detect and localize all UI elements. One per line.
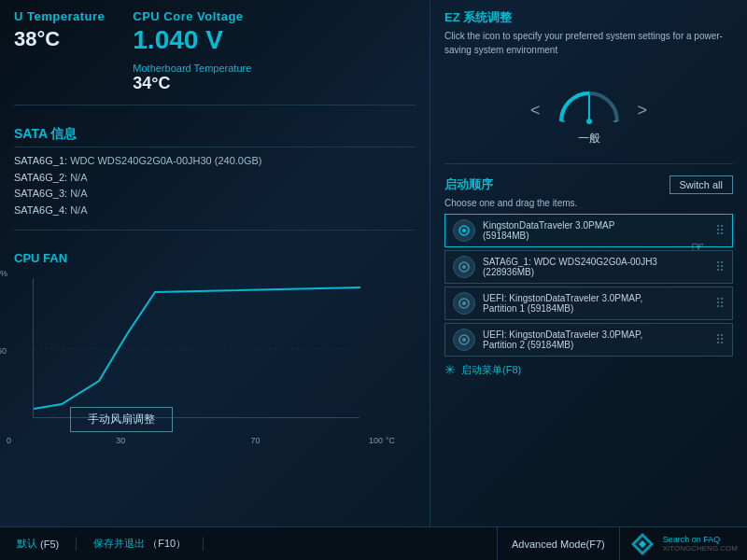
drive-icon-4 (458, 333, 471, 346)
vertical-divider (430, 0, 430, 560)
boot-item-4-text: UEFI: KingstonDataTraveler 3.0PMAP,Parti… (483, 329, 708, 350)
ez-title: EZ 系统调整 (444, 9, 733, 26)
boot-item-4-drag: ⠿ (715, 332, 725, 347)
sata-item-3: SATA6G_3: N/A (14, 186, 416, 203)
mb-temp-value: 34°C (133, 74, 251, 93)
search-faq-label: Search on FAQ (663, 535, 738, 544)
chart-celsius-label: °C (386, 436, 395, 445)
svg-point-12 (462, 338, 466, 342)
fan-section: CPU FAN % 50 0 30 70 100 °C 手动风扇调整 (14, 251, 416, 551)
gauge-icon (552, 75, 627, 131)
svg-point-6 (462, 229, 466, 232)
gauge-mode-label: 一般 (578, 131, 600, 147)
boot-item-1[interactable]: KingstonDataTraveler 3.0PMAP(59184MB) ⠿ … (444, 214, 733, 247)
startup-label: 启动菜单(F8) (461, 363, 521, 377)
boot-item-1-drag: ⠿ (715, 223, 725, 238)
sata-info-section: SATA 信息 SATA6G_1: WDC WDS240G2G0A-00JH30… (14, 126, 416, 218)
boot-item-4-icon (453, 329, 475, 351)
switch-all-button[interactable]: Switch all (669, 175, 733, 194)
ez-section: EZ 系统调整 Click the icon to specify your p… (444, 9, 733, 57)
svg-point-8 (462, 265, 466, 269)
sata-item-4: SATA6G_4: N/A (14, 203, 416, 219)
fan-chart (33, 278, 359, 418)
boot-item-2[interactable]: SATA6G_1: WDC WDS240G2G0A-00JH3(228936MB… (444, 250, 733, 284)
sata-title: SATA 信息 (14, 126, 416, 147)
cpu-voltage-value: 1.040 V (133, 25, 251, 55)
search-faq-text: Search on FAQ XITONGCHENG.COM (663, 535, 738, 553)
boot-order-section: 启动顺序 Switch all Choose one and drag the … (444, 175, 733, 551)
chart-70-label: 70 (251, 436, 261, 445)
ez-description: Click the icon to specify your preferred… (444, 29, 733, 57)
manual-fan-btn[interactable]: 手动风扇调整 (70, 407, 173, 432)
watermark-text: XITONGCHENG.COM (663, 544, 738, 553)
save-exit-button[interactable]: 保存并退出（F10） (77, 537, 204, 551)
svg-point-10 (462, 301, 466, 305)
boot-item-3-drag: ⠿ (715, 296, 725, 311)
boot-item-2-drag: ⠿ (715, 259, 725, 274)
cpu-temp-value: 38°C (14, 27, 105, 51)
boot-item-1-icon (453, 219, 475, 242)
boot-item-3-text: UEFI: KingstonDataTraveler 3.0PMAP,Parti… (483, 293, 708, 314)
boot-item-3[interactable]: UEFI: KingstonDataTraveler 3.0PMAP,Parti… (444, 287, 733, 320)
sata-item-2: SATA6G_2: N/A (14, 170, 416, 187)
chart-50-label: 50 (0, 346, 7, 356)
advanced-mode-button[interactable]: Advanced Mode(F7) (497, 527, 619, 560)
sata-item-1: SATA6G_1: WDC WDS240G2G0A-00JH30 (240.0G… (14, 153, 416, 170)
gauge-area: < 一般 > (444, 75, 733, 147)
boot-item-2-icon (453, 256, 475, 278)
svg-point-2 (586, 119, 592, 124)
boot-item-2-text: SATA6G_1: WDC WDS240G2G0A-00JH3(228936MB… (483, 257, 708, 277)
drive-icon-1 (458, 224, 471, 237)
boot-item-1-text: KingstonDataTraveler 3.0PMAP(59184MB) (483, 220, 708, 241)
mb-temp-label: Motherboard Temperature (133, 63, 251, 74)
fan-title: CPU FAN (14, 251, 416, 265)
boot-item-3-icon (453, 292, 475, 315)
boot-title: 启动顺序 (444, 176, 493, 193)
startup-menu[interactable]: ✳ 启动菜单(F8) (444, 362, 733, 377)
default-button[interactable]: 默认(F5) (0, 537, 77, 551)
fan-chart-svg (34, 278, 360, 418)
cpu-voltage-label: CPU Core Voltage (133, 9, 251, 23)
search-faq-area: Search on FAQ XITONGCHENG.COM (619, 527, 747, 560)
startup-icon: ✳ (444, 362, 456, 377)
gauge-prev-arrow[interactable]: < (530, 101, 541, 120)
chart-percent-label: % (0, 269, 7, 278)
bottom-bar: 默认(F5) 保存并退出（F10） Advanced Mode(F7) Sear… (0, 526, 747, 560)
chart-100-label: 100 (369, 436, 383, 445)
cpu-temp-label: U Temperature (14, 9, 105, 23)
drive-icon-3 (458, 297, 471, 310)
chart-0-label: 0 (7, 436, 11, 445)
asus-logo-icon (629, 531, 655, 557)
boot-item-4[interactable]: UEFI: KingstonDataTraveler 3.0PMAP,Parti… (444, 323, 733, 357)
drive-icon-2 (458, 260, 471, 273)
chart-30-label: 30 (116, 436, 125, 445)
gauge-next-arrow[interactable]: > (638, 101, 648, 120)
boot-description: Choose one and drag the items. (444, 198, 733, 208)
advanced-mode-label: Advanced Mode(F7) (512, 539, 605, 550)
